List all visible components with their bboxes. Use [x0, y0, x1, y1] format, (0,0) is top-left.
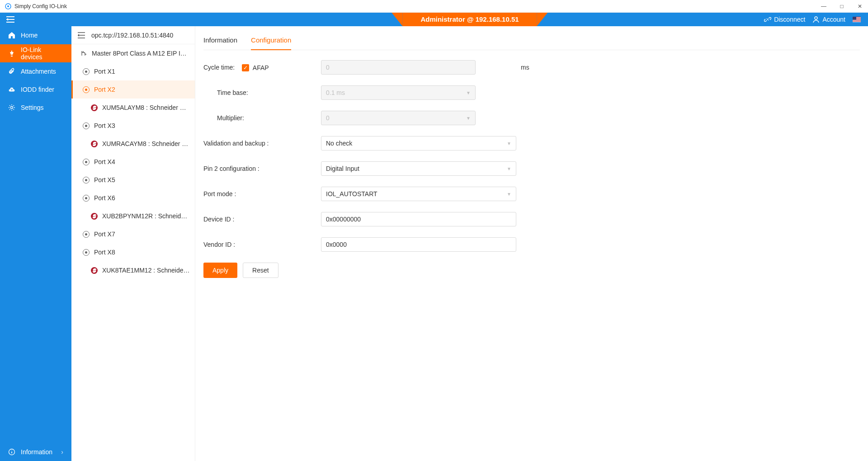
- select-value: 0: [326, 114, 330, 122]
- port-icon: [83, 159, 90, 165]
- apply-button[interactable]: Apply: [203, 263, 237, 278]
- select-value: 0.1 ms: [326, 89, 345, 96]
- main-panel: Information Configuration Cycle time: ✓ …: [195, 26, 868, 461]
- pin2-select[interactable]: Digital Input ▼: [321, 161, 516, 176]
- chevron-down-icon: ▼: [507, 166, 511, 171]
- time-base-select: 0.1 ms ▼: [321, 85, 476, 100]
- tree-node-label: Port X5: [94, 176, 115, 183]
- master-icon: [81, 50, 87, 56]
- device-icon: [91, 104, 98, 111]
- checkbox-checked-icon: ✓: [242, 64, 249, 71]
- tree-node-label: Port X3: [94, 122, 115, 129]
- tree-node-device[interactable]: XUB2BPYNM12R : Schneider E...: [71, 207, 195, 225]
- sidebar-item-information[interactable]: Information ›: [0, 443, 71, 461]
- input-value: 0x0000: [326, 241, 347, 248]
- flag-icon-us[interactable]: [853, 17, 861, 22]
- device-tree-panel: opc.tcp://192.168.10.51:4840 Master 8Por…: [71, 26, 195, 461]
- deviceid-input[interactable]: 0x00000000: [321, 212, 516, 226]
- tree-node-label: XUK8TAE1MM12 : Schneider E...: [102, 267, 190, 274]
- user-icon: [812, 16, 820, 23]
- tree-node-master[interactable]: Master 8Port Class A M12 EIP IP67 ...: [71, 44, 195, 62]
- multiplier-select: 0 ▼: [321, 111, 476, 125]
- deviceid-label: Device ID :: [203, 216, 321, 223]
- tree-node-port[interactable]: Port X5: [71, 171, 195, 189]
- sidebar-item-iodd-finder[interactable]: IODD finder: [0, 80, 71, 99]
- tree-node-label: Port X7: [94, 230, 115, 238]
- tree-node-label: Master 8Port Class A M12 EIP IP67 ...: [92, 50, 190, 57]
- sidebar-item-home[interactable]: Home: [0, 26, 71, 44]
- afap-checkbox[interactable]: ✓ AFAP: [242, 64, 269, 71]
- tree-node-port[interactable]: Port X6: [71, 189, 195, 207]
- sidebar-item-label: Attachments: [21, 68, 56, 75]
- reset-button[interactable]: Reset: [243, 263, 278, 278]
- tree-node-device[interactable]: XUMRACAYM8 : Schneider Ele...: [71, 135, 195, 153]
- port-icon: [83, 86, 90, 93]
- sidebar: Home IO-Link devices Attachments IODD fi…: [0, 13, 71, 461]
- account-button[interactable]: Account: [812, 16, 845, 23]
- select-value: IOL_AUTOSTART: [326, 190, 377, 198]
- sidebar-item-attachments[interactable]: Attachments: [0, 62, 71, 80]
- validation-select[interactable]: No check ▼: [321, 136, 516, 151]
- window-controls: — □ ✕: [820, 3, 863, 9]
- device-icon: [91, 141, 98, 147]
- close-button[interactable]: ✕: [856, 3, 863, 9]
- info-icon: [8, 448, 15, 456]
- tree-node-label: XUB2BPYNM12R : Schneider E...: [102, 212, 190, 220]
- home-icon: [8, 32, 15, 39]
- sidebar-item-label: Home: [21, 32, 38, 39]
- sidebar-item-label: Information: [21, 448, 52, 456]
- portmode-select[interactable]: IOL_AUTOSTART ▼: [321, 187, 516, 201]
- cycle-time-input: 0: [321, 60, 476, 75]
- select-value: Digital Input: [326, 165, 359, 172]
- tree-node-label: Port X6: [94, 194, 115, 202]
- tree-node-device[interactable]: XUK8TAE1MM12 : Schneider E...: [71, 261, 195, 279]
- tree-node-port[interactable]: Port X7: [71, 225, 195, 243]
- validation-label: Validation and backup :: [203, 140, 321, 147]
- chevron-down-icon: ▼: [507, 192, 511, 197]
- port-icon: [83, 177, 90, 183]
- minimize-button[interactable]: —: [820, 3, 827, 9]
- window-titlebar: Simply Config IO-Link — □ ✕: [0, 0, 868, 13]
- tree-node-device[interactable]: XUM5ALAYM8 : Schneider Ele...: [71, 99, 195, 117]
- afap-label: AFAP: [253, 64, 269, 71]
- connector-icon: [8, 50, 15, 57]
- port-icon: [83, 231, 90, 238]
- sidebar-item-iolink-devices[interactable]: IO-Link devices: [0, 44, 71, 62]
- sidebar-item-label: IODD finder: [21, 86, 54, 93]
- chevron-down-icon: ▼: [466, 90, 471, 95]
- configuration-form: Cycle time: ✓ AFAP 0 ms: [203, 50, 656, 278]
- connection-banner: Administrator @ 192.168.10.51: [402, 13, 537, 26]
- collapse-tree-icon[interactable]: [78, 32, 85, 38]
- cloud-download-icon: [8, 86, 15, 93]
- sidebar-collapse-button[interactable]: [0, 13, 71, 26]
- maximize-button[interactable]: □: [838, 3, 845, 9]
- tree-node-label: XUMRACAYM8 : Schneider Ele...: [102, 140, 190, 147]
- sidebar-item-label: Settings: [21, 104, 44, 111]
- port-icon: [83, 122, 90, 129]
- gear-icon: [8, 104, 15, 111]
- cycle-time-label: Cycle time:: [203, 64, 235, 71]
- tree-node-port[interactable]: Port X2: [71, 80, 195, 99]
- disconnect-button[interactable]: Disconnect: [764, 16, 805, 23]
- vendorid-input[interactable]: 0x0000: [321, 237, 516, 252]
- svg-point-1: [7, 5, 9, 7]
- tree-node-label: Port X8: [94, 249, 115, 256]
- tab-information[interactable]: Information: [203, 31, 237, 50]
- input-value: 0: [326, 64, 330, 71]
- disconnect-label: Disconnect: [774, 16, 805, 23]
- svg-point-4: [815, 17, 817, 19]
- tab-configuration[interactable]: Configuration: [251, 31, 291, 50]
- account-label: Account: [822, 16, 845, 23]
- tree-node-port[interactable]: Port X8: [71, 243, 195, 261]
- tree-node-port[interactable]: Port X1: [71, 62, 195, 80]
- sidebar-item-settings[interactable]: Settings: [0, 99, 71, 117]
- tree-node-port[interactable]: Port X3: [71, 117, 195, 135]
- sidebar-item-label: IO-Link devices: [21, 46, 63, 61]
- vendorid-label: Vendor ID :: [203, 241, 321, 248]
- tree-node-label: Port X4: [94, 158, 115, 165]
- tree-node-port[interactable]: Port X4: [71, 153, 195, 171]
- pin2-label: Pin 2 configuration :: [203, 165, 321, 172]
- tabs: Information Configuration: [203, 31, 860, 50]
- app-logo-icon: [5, 3, 12, 10]
- tree-node-label: Port X1: [94, 68, 115, 75]
